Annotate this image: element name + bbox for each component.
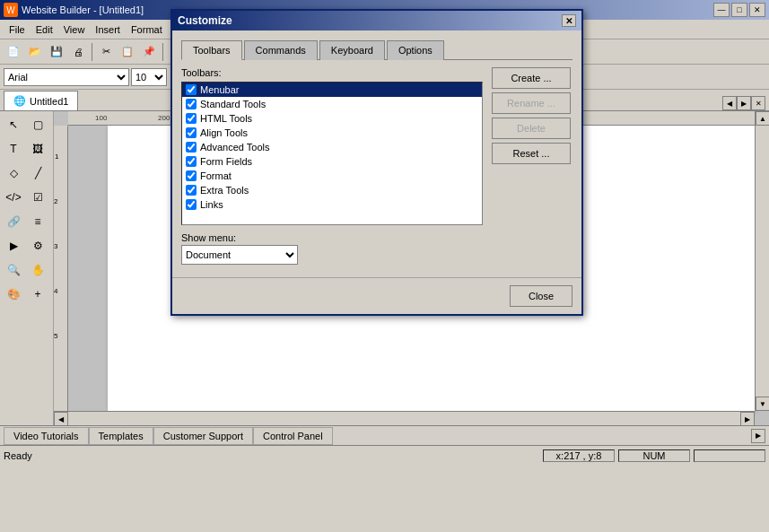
toolbar-label-extra: Extra Tools: [200, 185, 249, 196]
toolbar-label-menubar: Menubar: [200, 84, 239, 95]
reset-button[interactable]: Reset ...: [492, 143, 571, 164]
toolbar-label-form: Form Fields: [200, 156, 252, 167]
dialog-overlay: Customize ✕ Toolbars Commands Keyboard O…: [0, 0, 769, 532]
dialog-close-x-btn[interactable]: ✕: [562, 14, 576, 27]
toolbar-label-links: Links: [200, 199, 223, 210]
toolbar-label-align: Align Tools: [200, 127, 248, 138]
rename-button[interactable]: Rename ...: [492, 92, 571, 114]
toolbar-label-format: Format: [200, 170, 232, 181]
show-menu-select[interactable]: Document Frame None: [181, 245, 298, 265]
dialog-tab-bar: Toolbars Commands Keyboard Options: [181, 39, 572, 60]
dialog-title-bar: Customize ✕: [172, 11, 581, 31]
toolbar-check-advanced[interactable]: [186, 142, 197, 153]
toolbar-item-advanced[interactable]: Advanced Tools: [182, 140, 482, 154]
toolbar-label-html: HTML Tools: [200, 113, 252, 124]
toolbar-item-format[interactable]: Format: [182, 169, 482, 183]
delete-button[interactable]: Delete: [492, 118, 571, 139]
toolbar-check-menubar[interactable]: [186, 84, 197, 95]
toolbar-item-form[interactable]: Form Fields: [182, 154, 482, 169]
toolbar-item-menubar[interactable]: Menubar: [182, 83, 482, 97]
toolbar-item-align[interactable]: Align Tools: [182, 126, 482, 140]
toolbar-check-links[interactable]: [186, 199, 197, 210]
dialog-tab-commands[interactable]: Commands: [244, 40, 318, 60]
dialog-tab-content: Toolbars: Menubar Standard Tools HTML: [181, 67, 572, 265]
toolbar-label-advanced: Advanced Tools: [200, 142, 269, 153]
dialog-body: Toolbars Commands Keyboard Options Toolb…: [172, 31, 581, 274]
toolbar-item-links[interactable]: Links: [182, 197, 482, 212]
toolbars-label: Toolbars:: [181, 67, 483, 78]
show-menu-label: Show menu:: [181, 232, 483, 243]
toolbar-check-extra[interactable]: [186, 185, 197, 196]
dialog-close-button[interactable]: Close: [510, 285, 572, 307]
toolbar-check-standard[interactable]: [186, 99, 197, 109]
dialog-title: Customize: [178, 14, 232, 27]
toolbars-list-area: Toolbars: Menubar Standard Tools HTML: [181, 67, 483, 265]
toolbars-list[interactable]: Menubar Standard Tools HTML Tools A: [181, 82, 483, 225]
dialog-tab-toolbars[interactable]: Toolbars: [181, 40, 242, 60]
toolbar-check-html[interactable]: [186, 113, 197, 124]
customize-dialog: Customize ✕ Toolbars Commands Keyboard O…: [170, 9, 583, 316]
toolbar-item-standard[interactable]: Standard Tools: [182, 97, 482, 111]
dialog-action-buttons: Create ... Rename ... Delete Reset ...: [492, 67, 572, 265]
dialog-tab-keyboard[interactable]: Keyboard: [319, 40, 385, 60]
create-button[interactable]: Create ...: [492, 67, 571, 89]
toolbar-label-standard: Standard Tools: [200, 99, 266, 109]
dialog-footer: Close: [172, 277, 581, 314]
toolbar-check-format[interactable]: [186, 170, 197, 181]
toolbar-check-form[interactable]: [186, 156, 197, 167]
toolbar-item-extra[interactable]: Extra Tools: [182, 183, 482, 197]
show-menu-section: Show menu: Document Frame None: [181, 232, 483, 265]
toolbar-check-align[interactable]: [186, 127, 197, 138]
toolbar-item-html[interactable]: HTML Tools: [182, 111, 482, 126]
dialog-tab-options[interactable]: Options: [387, 40, 444, 60]
